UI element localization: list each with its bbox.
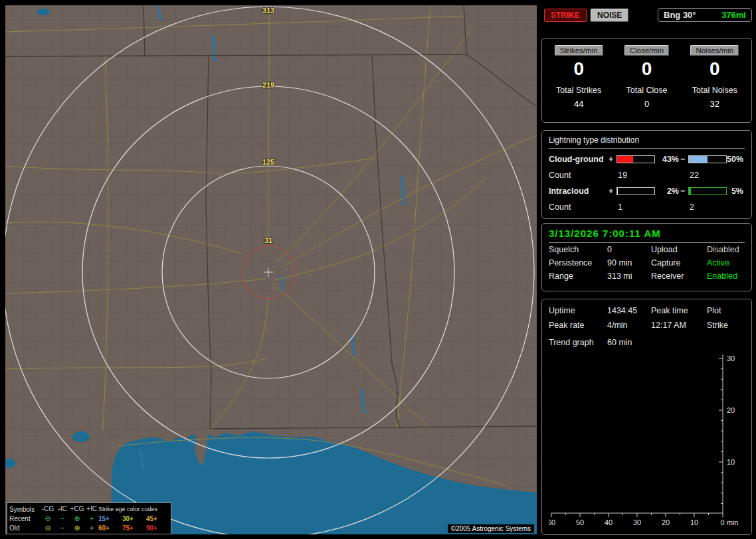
ic-count-label: Count <box>549 202 609 212</box>
datetime-display: 3/13/2026 7:00:11 AM <box>549 228 745 243</box>
trend-graph-label: Trend graph <box>549 338 607 347</box>
strike-mode-button[interactable]: STRIKE <box>544 9 587 22</box>
status-row-1: Squelch 0 Upload Disabled <box>549 243 745 256</box>
range-label: Range <box>549 271 607 281</box>
age-30: 30+ <box>122 515 146 522</box>
plot-label: Plot <box>707 306 745 315</box>
map-legend: Symbols -CG -IC +CG +IC Strike age color… <box>7 502 171 534</box>
trend-panel: Uptime 1434:45 Peak time Plot Peak rate … <box>541 299 752 535</box>
chart-axes <box>551 354 723 513</box>
ic-plus-bar <box>616 187 655 195</box>
cg-count-label: Count <box>549 171 609 180</box>
noises-per-min-chip[interactable]: Noises/min <box>690 45 739 56</box>
status-row-2: Persistence 90 min Capture Active <box>549 256 745 270</box>
squelch-label: Squelch <box>549 245 607 254</box>
legend-recent-row: Recent ⊖ − ⊕ + 15+ 30+ 45+ <box>9 514 169 523</box>
ic-minus-bar <box>688 187 727 195</box>
capture-value: Active <box>707 258 745 268</box>
status-row-3: Range 313 mi Receiver Enabled <box>549 270 745 283</box>
total-noises-label: Total Noises <box>681 86 749 95</box>
cg-plus-bar <box>616 155 655 163</box>
trend-row-1: Uptime 1434:45 Peak time Plot <box>549 303 745 318</box>
legend-symbols-header: Symbols <box>9 506 40 513</box>
recent-cg-plus-icon: ⊕ <box>69 515 85 522</box>
peak-rate-label: Peak rate <box>549 321 607 330</box>
old-cg-plus-icon: ⊕ <box>69 524 85 531</box>
cg-minus-sign: − <box>680 155 688 164</box>
x-tick-20: 20 <box>662 518 670 526</box>
rates-panel: Strikes/min 0 Total Strikes 44 Close/min… <box>541 38 752 123</box>
cg-plus-sign: + <box>609 155 616 164</box>
cg-plus-pct: 43% <box>655 155 680 164</box>
distribution-panel: Lightning type distribution Cloud-ground… <box>541 130 752 219</box>
range-label-313: 313 <box>262 7 274 15</box>
legend-col-ic-minus: -IC <box>56 506 69 512</box>
x-tick-0: 0 min <box>721 518 739 526</box>
persistence-label: Persistence <box>549 258 607 268</box>
plot-type-value: Strike <box>707 321 745 330</box>
age-15: 15+ <box>98 515 122 522</box>
x-tick-40: 40 <box>605 518 613 526</box>
y-tick-30: 30 <box>727 354 735 362</box>
intracloud-label: Intracloud <box>549 187 609 196</box>
upload-value: Disabled <box>707 245 745 254</box>
old-ic-plus-icon: + <box>85 524 98 531</box>
strikes-column: Strikes/min 0 Total Strikes 44 <box>545 44 613 117</box>
total-close-label: Total Close <box>613 86 680 95</box>
cg-minus-bar-fill <box>689 156 708 163</box>
bearing-distance: 376mi <box>721 10 746 20</box>
close-per-min-chip[interactable]: Close/min <box>624 45 669 56</box>
total-strikes-value: 44 <box>545 99 613 109</box>
distribution-grid: Cloud-ground + 43% − 50% Count 19 22 Int… <box>549 155 745 212</box>
cg-minus-bar <box>688 155 727 163</box>
close-column: Close/min 0 Total Close 0 <box>613 44 680 117</box>
strikes-per-min-chip[interactable]: Strikes/min <box>555 45 603 56</box>
x-tick-60: 60 <box>549 518 555 526</box>
trend-graph-chart: 30 20 10 60 50 40 30 20 10 0 min <box>549 350 746 530</box>
ic-minus-bar-fill <box>689 188 691 194</box>
x-tick-10: 10 <box>690 518 698 526</box>
mode-toolbar: STRIKE NOISE Bng 30° 376mi <box>541 8 752 22</box>
bearing-readout[interactable]: Bng 30° 376mi <box>658 8 752 22</box>
legend-col-ic-plus: +IC <box>85 506 98 512</box>
peak-time-value: 12:17 AM <box>651 321 707 330</box>
cg-count-minus: 22 <box>688 171 727 180</box>
receiver-label: Receiver <box>651 271 707 281</box>
age-45: 45+ <box>146 515 167 522</box>
legend-old-row: Old ⊖ − ⊕ + 60+ 75+ 90+ <box>9 523 169 532</box>
uptime-label: Uptime <box>549 306 607 315</box>
radar-map: 313 219 125 31 ©2005 Astrogenic Systems <box>5 5 537 534</box>
recent-ic-minus-icon: − <box>56 515 69 522</box>
age-90: 90+ <box>146 524 167 532</box>
x-tick-50: 50 <box>576 518 584 526</box>
noise-mode-button[interactable]: NOISE <box>591 9 628 22</box>
y-tick-10: 10 <box>727 458 735 466</box>
receiver-value: Enabled <box>707 271 745 281</box>
ic-plus-sign: + <box>609 187 616 196</box>
peak-rate-value: 4/min <box>607 321 651 330</box>
recent-ic-plus-icon: + <box>85 515 98 522</box>
total-strikes-label: Total Strikes <box>545 86 613 95</box>
old-ic-minus-icon: − <box>56 524 69 531</box>
recent-cg-minus-icon: ⊖ <box>40 515 56 522</box>
ic-plus-bar-fill <box>617 188 618 194</box>
legend-header-row: Symbols -CG -IC +CG +IC Strike age color… <box>9 504 169 514</box>
age-75: 75+ <box>122 524 146 532</box>
ic-minus-sign: − <box>680 187 688 196</box>
total-close-value: 0 <box>613 99 680 109</box>
cg-minus-pct: 50% <box>727 155 745 164</box>
legend-recent-label: Recent <box>9 515 40 522</box>
ic-minus-pct: 5% <box>727 187 745 196</box>
range-value: 313 mi <box>607 271 651 281</box>
old-cg-minus-icon: ⊖ <box>40 524 56 531</box>
trend-row-2: Peak rate 4/min 12:17 AM Strike <box>549 318 745 333</box>
age-60: 60+ <box>98 524 122 532</box>
cg-plus-bar-fill <box>617 156 633 163</box>
strikes-per-min-value: 0 <box>545 59 613 80</box>
trend-graph-row: Trend graph 60 min <box>549 336 745 349</box>
close-per-min-value: 0 <box>613 59 680 80</box>
capture-label: Capture <box>651 258 707 268</box>
ic-count-plus: 1 <box>616 202 655 212</box>
legend-col-cg-minus: -CG <box>40 506 56 512</box>
peak-time-label: Peak time <box>651 306 707 315</box>
